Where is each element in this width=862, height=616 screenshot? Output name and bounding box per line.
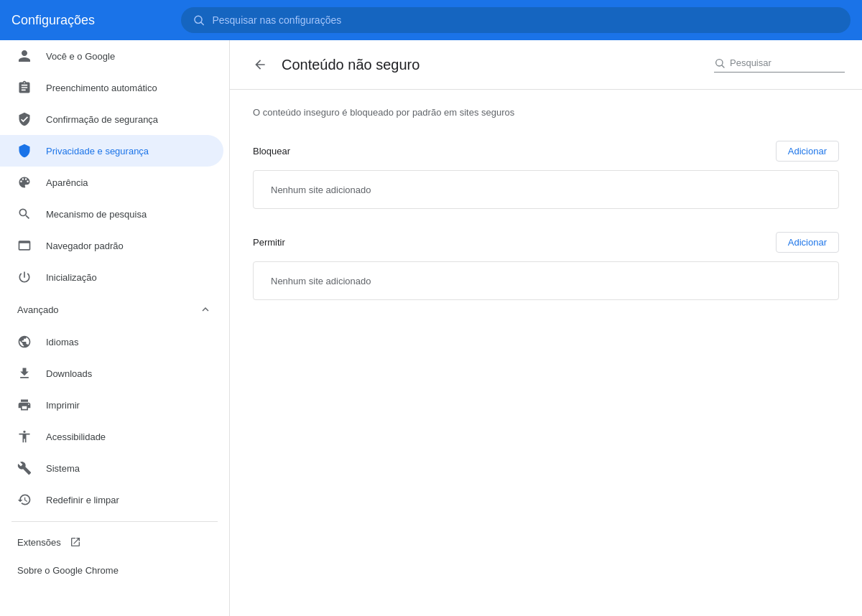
content-header: Conteúdo não seguro [230, 40, 862, 90]
svg-line-3 [722, 65, 724, 67]
sidebar-item-downloads-label: Downloads [46, 368, 206, 379]
bloquear-adicionar-button[interactable]: Adicionar [776, 141, 839, 162]
sidebar-item-confirmacao-label: Confirmação de segurança [46, 114, 206, 125]
power-icon [17, 270, 32, 284]
sidebar-divider-1 [11, 521, 218, 522]
sidebar-item-redefinir[interactable]: Redefinir e limpar [0, 484, 223, 515]
sidebar-item-inicializacao[interactable]: Inicialização [0, 261, 223, 293]
page-title: Conteúdo não seguro [282, 57, 705, 73]
person-icon [17, 49, 32, 63]
permitir-section: Permitir Adicionar Nenhum site adicionad… [253, 232, 839, 300]
bloquear-label: Bloquear [253, 146, 290, 157]
wrench-icon [17, 461, 32, 475]
main-layout: Você e o Google Preenchimento automático… [0, 40, 862, 616]
advanced-section-header[interactable]: Avançado [0, 293, 229, 326]
content-search-bar[interactable] [714, 57, 845, 73]
bloquear-section: Bloquear Adicionar Nenhum site adicionad… [253, 141, 839, 209]
sidebar-item-navegador-label: Navegador padrão [46, 241, 206, 251]
browser-icon [17, 238, 32, 253]
permitir-label: Permitir [253, 237, 285, 248]
permitir-empty-text: Nenhum site adicionado [271, 276, 371, 286]
search-icon [193, 14, 205, 27]
reset-icon [17, 493, 32, 507]
sidebar-item-inicializacao-label: Inicialização [46, 272, 206, 283]
accessibility-icon [17, 429, 32, 444]
content-search-icon [714, 57, 726, 69]
sidebar-item-privacidade[interactable]: Privacidade e segurança [0, 135, 223, 167]
print-icon [17, 398, 32, 412]
sidebar-item-acessibilidade-label: Acessibilidade [46, 431, 206, 442]
search-sidebar-icon [17, 207, 32, 221]
palette-icon [17, 175, 32, 190]
sidebar-item-idiomas-label: Idiomas [46, 337, 206, 347]
shield-blue-icon [17, 144, 32, 158]
globe-icon [17, 335, 32, 349]
sidebar-item-sistema-label: Sistema [46, 463, 206, 474]
sidebar-item-idiomas[interactable]: Idiomas [0, 326, 223, 358]
external-link-icon [70, 536, 81, 548]
sidebar-item-preenchimento-label: Preenchimento automático [46, 83, 206, 93]
sidebar-item-voce-google[interactable]: Você e o Google [0, 40, 223, 72]
permitir-empty-box: Nenhum site adicionado [253, 261, 839, 300]
sidebar-item-aparencia-label: Aparência [46, 177, 206, 188]
sidebar-item-extensoes[interactable]: Extensões [0, 528, 229, 556]
global-search-input[interactable] [212, 14, 839, 26]
content-body: O conteúdo inseguro é bloqueado por padr… [230, 90, 862, 340]
permitir-row: Permitir Adicionar [253, 232, 839, 253]
sidebar-item-voce-google-label: Você e o Google [46, 51, 206, 62]
assignment-icon [17, 80, 32, 95]
download-icon [17, 366, 32, 381]
app-title: Configurações [11, 13, 170, 28]
sidebar-item-aparencia[interactable]: Aparência [0, 167, 223, 198]
bloquear-row: Bloquear Adicionar [253, 141, 839, 162]
sidebar: Você e o Google Preenchimento automático… [0, 40, 230, 616]
topbar: Configurações [0, 0, 862, 40]
content-search-input[interactable] [730, 57, 845, 68]
sidebar-item-privacidade-label: Privacidade e segurança [46, 146, 206, 157]
sidebar-item-downloads[interactable]: Downloads [0, 358, 223, 389]
content-area: Conteúdo não seguro O conteúdo inseguro … [230, 40, 862, 616]
advanced-section-label: Avançado [17, 304, 59, 315]
sidebar-item-imprimir-label: Imprimir [46, 400, 206, 411]
sidebar-item-redefinir-label: Redefinir e limpar [46, 495, 206, 505]
sidebar-item-sobre[interactable]: Sobre o Google Chrome [0, 556, 229, 584]
sidebar-item-mecanismo[interactable]: Mecanismo de pesquisa [0, 198, 223, 230]
sidebar-item-acessibilidade[interactable]: Acessibilidade [0, 421, 223, 452]
svg-line-1 [201, 22, 203, 24]
sidebar-item-mecanismo-label: Mecanismo de pesquisa [46, 209, 206, 220]
bloquear-empty-text: Nenhum site adicionado [271, 185, 371, 195]
sidebar-item-imprimir[interactable]: Imprimir [0, 389, 223, 421]
back-button[interactable] [247, 52, 273, 78]
bloquear-empty-box: Nenhum site adicionado [253, 170, 839, 209]
sidebar-item-confirmacao[interactable]: Confirmação de segurança [0, 103, 223, 135]
shield-check-icon [17, 112, 32, 126]
extensoes-label: Extensões [17, 537, 61, 548]
sidebar-item-preenchimento[interactable]: Preenchimento automático [0, 72, 223, 103]
content-description: O conteúdo inseguro é bloqueado por padr… [253, 107, 839, 118]
sidebar-item-navegador[interactable]: Navegador padrão [0, 230, 223, 261]
chevron-up-icon [199, 303, 212, 316]
global-search-bar[interactable] [181, 7, 851, 33]
sobre-label: Sobre o Google Chrome [17, 565, 119, 576]
sidebar-item-sistema[interactable]: Sistema [0, 452, 223, 484]
permitir-adicionar-button[interactable]: Adicionar [776, 232, 839, 253]
